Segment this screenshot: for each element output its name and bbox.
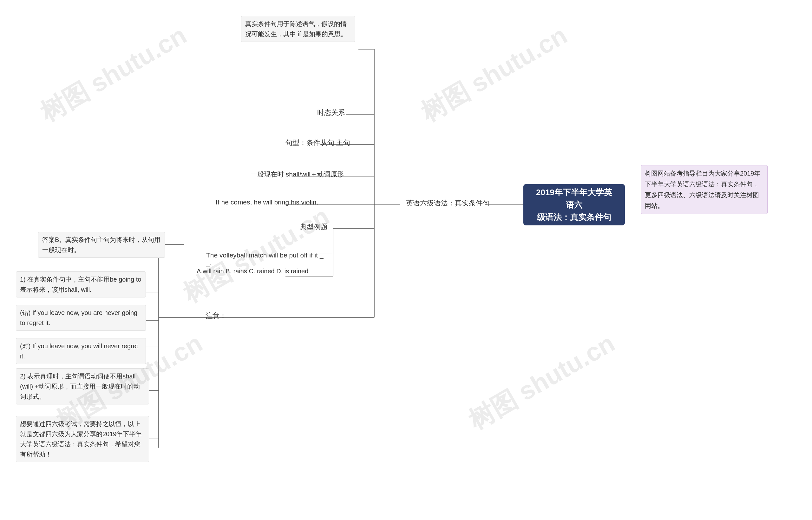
central-node: 2019年下半年大学英语六 级语法：真实条件句	[523, 184, 625, 226]
main-branch-label: 英语六级语法：真实条件句	[406, 199, 490, 208]
mindmap-container: 2019年下半年大学英语六 级语法：真实条件句 树图网站备考指导栏目为大家分享2…	[0, 0, 812, 520]
sidebar-note: 树图网站备考指导栏目为大家分享2019年下半年大学英语六级语法：真实条件句，更多…	[641, 165, 767, 214]
example-volleyball: The volleyball match will be put off if …	[206, 244, 324, 267]
answer-options: A.will rain B. rains C. rained D. is rai…	[197, 268, 308, 275]
watermark-2: 树图 shutu.cn	[415, 19, 573, 130]
watermark-5: 树图 shutu.cn	[463, 326, 621, 438]
example-ifhecomes: If he comes, he will bring his violin.	[216, 199, 318, 206]
note-answerb: 答案B。真实条件句主句为将来时，从句用一般现在时。	[38, 232, 165, 258]
note-truth: 2) 表示真理时，主句谓语动词便不用shall (will) +动词原形，而直接…	[16, 368, 149, 405]
label-general-present: 一般现在时 shall/will＋动词原形	[251, 170, 344, 179]
note-begoingto: 1) 在真实条件句中，主句不能用be going to表示将来，该用shall,…	[16, 271, 146, 297]
label-note: 注意：	[205, 311, 226, 321]
watermark-1: 树图 shutu.cn	[34, 19, 193, 130]
note-wrong-example: (错) If you leave now, you are never goin…	[16, 305, 146, 331]
label-typical-example: 典型例题	[300, 222, 328, 232]
note-final: 想要通过四六级考试，需要持之以恒，以上就是文都四六级为大家分享的2019年下半年…	[16, 416, 149, 462]
label-shitai: 时态关系	[317, 108, 345, 118]
label-jutype: 句型：条件从句 主句	[285, 138, 350, 148]
note-correct-example: (对) If you leave now, you will never reg…	[16, 338, 146, 364]
desc-box: 真实条件句用于陈述语气，假设的情况可能发生，其中 if 是如果的意思。	[241, 16, 355, 42]
